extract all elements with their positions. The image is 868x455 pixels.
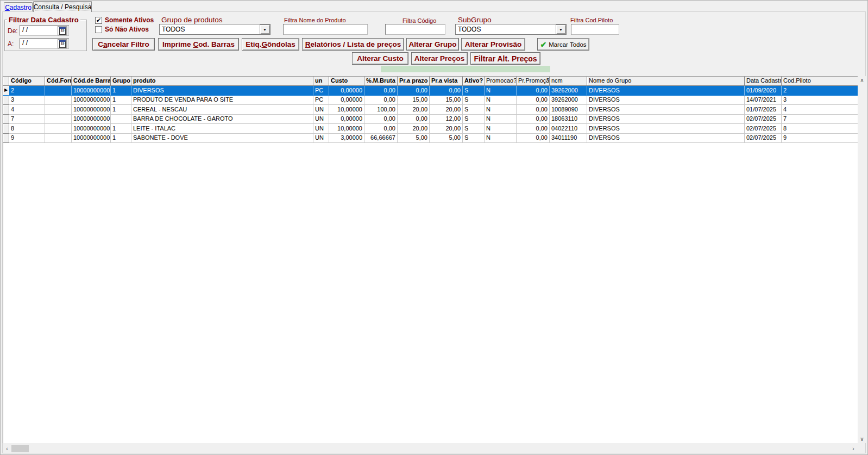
date-to-field[interactable]: / / 15 xyxy=(20,38,69,49)
date-from-field[interactable]: / / 15 xyxy=(20,25,69,36)
grid-cell-ncm[interactable]: 04022110 xyxy=(550,124,587,134)
column-header-ncm[interactable]: ncm xyxy=(550,77,587,86)
grid-cell-pr-promo-o[interactable]: 0,00 xyxy=(517,96,550,105)
table-row[interactable]: 810000000000851LEITE - ITALACUN10,000000… xyxy=(3,124,858,134)
horizontal-scrollbar[interactable]: ‹ › xyxy=(3,445,858,453)
grid-cell-custo[interactable]: 10,00000 xyxy=(329,124,364,134)
column-header-un[interactable]: un xyxy=(313,77,329,86)
filtra-cod-piloto-input[interactable] xyxy=(571,24,619,35)
grid-cell-grupo[interactable] xyxy=(111,115,131,124)
grid-cell-pr-a-vista[interactable]: 5,00 xyxy=(430,134,463,144)
grid-cell-m-bruta[interactable]: 66,66667 xyxy=(364,134,398,144)
grid-cell-pr-a-prazo[interactable]: 0,00 xyxy=(398,86,430,96)
grid-cell-c-d-de-barras[interactable]: 1000000000047 xyxy=(72,105,111,115)
scrollbar-thumb[interactable] xyxy=(11,445,29,452)
grid-cell-custo[interactable]: 0,00000 xyxy=(329,115,364,124)
grid-cell-c-d-de-barras[interactable]: 1000000000030 xyxy=(72,96,111,105)
row-selector[interactable] xyxy=(3,105,9,115)
scroll-up-icon[interactable]: ∧ xyxy=(858,76,866,84)
tab-cadastro[interactable]: Cadastro xyxy=(4,2,33,12)
grid-cell-data-cadastro[interactable]: 02/07/2025 xyxy=(745,115,782,124)
column-header-produto[interactable]: produto xyxy=(131,77,313,86)
row-selector[interactable]: ▶ xyxy=(3,86,9,96)
checkbox-so-nao-ativos[interactable]: Só Não Ativos xyxy=(95,26,149,33)
grid-cell-cod-piloto[interactable]: 4 xyxy=(782,105,858,115)
grid-cell-pr-promo-o[interactable]: 0,00 xyxy=(517,86,550,96)
grid-cell-cod-piloto[interactable]: 3 xyxy=(782,96,858,105)
alterar-precos-button[interactable]: Alterar Preços xyxy=(411,52,468,65)
grid-cell-un[interactable]: PC xyxy=(313,86,329,96)
grid-cell-ativo[interactable]: S xyxy=(463,86,485,96)
grid-cell-grupo[interactable]: 1 xyxy=(111,134,131,144)
subgrupo-select[interactable]: TODOS ▼ xyxy=(455,24,567,35)
grid-cell-pr-a-prazo[interactable]: 20,00 xyxy=(398,124,430,134)
grid-cell-promocao[interactable]: N xyxy=(485,124,517,134)
grid-cell-ncm[interactable]: 34011190 xyxy=(550,134,587,144)
grid-cell-un[interactable]: PC xyxy=(313,96,329,105)
grid-cell-cod-piloto[interactable]: 8 xyxy=(782,124,858,134)
column-header-c-digo[interactable]: Código xyxy=(9,77,45,86)
grid-cell-un[interactable]: UN xyxy=(313,105,329,115)
marcar-todos-button[interactable]: ✔ Marcar Todos xyxy=(537,38,589,51)
grid-cell-grupo[interactable]: 1 xyxy=(111,86,131,96)
alterar-provisao-button[interactable]: Alterar Provisão xyxy=(461,38,525,51)
grid-cell-un[interactable]: UN xyxy=(313,124,329,134)
grid-cell-nome-do-grupo[interactable]: DIVERSOS xyxy=(587,115,745,124)
grid-cell-c-digo[interactable]: 7 xyxy=(9,115,45,124)
grid-cell-pr-a-vista[interactable]: 15,00 xyxy=(430,96,463,105)
grid-cell-produto[interactable]: SABONETE - DOVE xyxy=(131,134,313,144)
tab-consulta-pesquisa[interactable]: Consulta / Pesquisa xyxy=(33,1,92,12)
scroll-left-icon[interactable]: ‹ xyxy=(3,445,11,453)
grid-cell-produto[interactable]: DIVERSOS xyxy=(131,86,313,96)
grid-cell-m-bruta[interactable]: 0,00 xyxy=(364,124,398,134)
grid-cell-nome-do-grupo[interactable]: DIVERSOS xyxy=(587,105,745,115)
column-header-c-d-de-barras[interactable]: Cód.de Barras xyxy=(72,77,111,86)
grid-cell-produto[interactable]: LEITE - ITALAC xyxy=(131,124,313,134)
grid-cell-c-d-forn[interactable] xyxy=(45,96,72,105)
grid-cell-data-cadastro[interactable]: 02/07/2025 xyxy=(745,124,782,134)
etiq-gondolas-button[interactable]: Etiq.Gôndolas xyxy=(242,38,299,51)
grid-cell-promocao[interactable]: N xyxy=(485,96,517,105)
grid-cell-ncm[interactable]: 18063110 xyxy=(550,115,587,124)
grid-cell-m-bruta[interactable]: 100,00 xyxy=(364,105,398,115)
column-header-cod-piloto[interactable]: Cod.Piloto xyxy=(782,77,858,86)
grid-cell-data-cadastro[interactable]: 01/07/2025 xyxy=(745,105,782,115)
grid-cell-c-d-de-barras[interactable]: 1000000000023 xyxy=(72,86,111,96)
grid-cell-ativo[interactable]: S xyxy=(463,105,485,115)
chevron-down-icon[interactable]: ▼ xyxy=(556,24,566,34)
grid-cell-nome-do-grupo[interactable]: DIVERSOS xyxy=(587,124,745,134)
column-header-ativo[interactable]: Ativo? xyxy=(463,77,485,86)
alterar-grupo-button[interactable]: Alterar Grupo xyxy=(406,38,459,51)
grid-cell-ativo[interactable]: S xyxy=(463,115,485,124)
checkbox-somente-ativos[interactable]: ✔ Somente Ativos xyxy=(95,16,154,24)
grid-cell-c-digo[interactable]: 3 xyxy=(9,96,45,105)
grid-cell-produto[interactable]: BARRA DE CHOCOLATE - GAROTO xyxy=(131,115,313,124)
grid-cell-custo[interactable]: 0,00000 xyxy=(329,86,364,96)
grid-cell-pr-promo-o[interactable]: 0,00 xyxy=(517,134,550,144)
alterar-custo-button[interactable]: Alterar Custo xyxy=(352,52,408,65)
relatorios-lista-precos-button[interactable]: Relatórios / Lista de preços xyxy=(302,38,404,51)
grid-cell-ncm[interactable]: 39262000 xyxy=(550,86,587,96)
vertical-scrollbar[interactable]: ∧ ∨ xyxy=(858,76,866,443)
grid-cell-c-digo[interactable]: 2 xyxy=(9,86,45,96)
grid-cell-promocao[interactable]: N xyxy=(485,105,517,115)
grid-cell-custo[interactable]: 0,00000 xyxy=(329,96,364,105)
grid-cell-pr-a-vista[interactable]: 12,00 xyxy=(430,115,463,124)
column-header-m-bruta[interactable]: %.M.Bruta xyxy=(364,77,398,86)
column-header-data-cadastro[interactable]: Data Cadastro xyxy=(745,77,782,86)
grid-cell-ativo[interactable]: S xyxy=(463,124,485,134)
grid-cell-custo[interactable]: 10,00000 xyxy=(329,105,364,115)
grid-cell-pr-a-prazo[interactable]: 0,00 xyxy=(398,115,430,124)
row-selector[interactable] xyxy=(3,96,9,105)
grid-cell-c-digo[interactable]: 9 xyxy=(9,134,45,144)
table-row[interactable]: 410000000000471CEREAL - NESCAUUN10,00000… xyxy=(3,105,858,115)
grid-cell-grupo[interactable]: 1 xyxy=(111,124,131,134)
grid-cell-c-digo[interactable]: 8 xyxy=(9,124,45,134)
grid-cell-pr-a-prazo[interactable]: 20,00 xyxy=(398,105,430,115)
grid-cell-un[interactable]: UN xyxy=(313,134,329,144)
column-header-promocao[interactable]: Promocao? xyxy=(485,77,517,86)
grid-cell-nome-do-grupo[interactable]: DIVERSOS xyxy=(587,86,745,96)
grid-cell-pr-a-vista[interactable]: 20,00 xyxy=(430,124,463,134)
grid-cell-un[interactable]: UN xyxy=(313,115,329,124)
filtra-nome-input[interactable] xyxy=(283,24,368,35)
